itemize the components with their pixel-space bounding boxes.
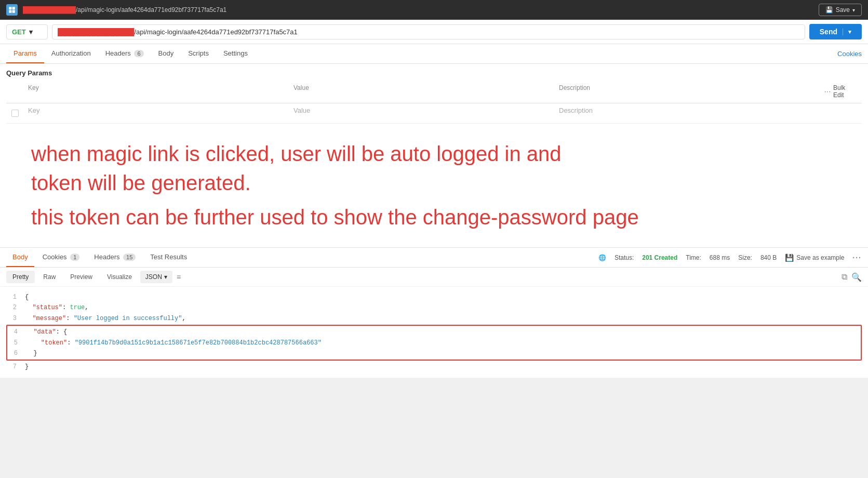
format-tab-pretty[interactable]: Pretty	[6, 271, 35, 283]
tab-headers[interactable]: Headers 6	[98, 44, 151, 63]
annotation-text: when magic link is clicked, user will be…	[31, 139, 837, 232]
row-checkbox[interactable]	[6, 103, 24, 123]
format-tab-visualize[interactable]: Visualize	[101, 271, 138, 283]
svg-rect-2	[9, 10, 11, 13]
code-line-5: 5 "token": "9901f14b7b9d0a151c9b1a1c1586…	[7, 338, 861, 348]
url-redacted-appbar: ████████████	[23, 6, 76, 14]
response-section: Body Cookies 1 Headers 15 Test Results 🌐…	[0, 247, 868, 378]
app-bar: ████████████/api/magic-login/aafe4264da7…	[0, 0, 868, 20]
code-line-7: 7 }	[6, 362, 862, 372]
json-code-view: 1 { 2 "status": true, 3 "message": "User…	[0, 287, 868, 378]
save-icon: 💾	[825, 6, 833, 14]
annotation-line1: when magic link is clicked, user will be…	[31, 139, 837, 168]
highlighted-json-block: 4 "data": { 5 "token": "9901f14b7b9d0a15…	[6, 325, 862, 361]
request-tabs-bar: Params Authorization Headers 6 Body Scri…	[0, 44, 868, 64]
tab-authorization[interactable]: Authorization	[44, 44, 98, 63]
size-value: 840 B	[760, 254, 777, 261]
request-bar: GET ▾ ████████████████/api/magic-login/a…	[0, 20, 868, 44]
app-bar-actions: 💾 Save ▾	[819, 4, 862, 16]
format-tab-preview[interactable]: Preview	[64, 271, 99, 283]
annotation-line3: this token can be further used to show t…	[31, 203, 837, 232]
response-tab-headers[interactable]: Headers 15	[88, 248, 142, 267]
svg-rect-3	[12, 10, 15, 13]
send-button[interactable]: Send ▾	[809, 24, 862, 39]
format-tabs: Pretty Raw Preview Visualize JSON ▾ ≡ ⧉ …	[0, 268, 868, 287]
query-params-title: Query Params	[6, 69, 862, 77]
status-value: 201 Created	[642, 254, 677, 261]
tab-scripts[interactable]: Scripts	[181, 44, 216, 63]
time-label: Time:	[686, 254, 701, 261]
checkbox-header	[6, 82, 24, 101]
save-button-top[interactable]: 💾 Save ▾	[819, 4, 862, 16]
wrap-icon[interactable]: ≡	[177, 273, 181, 281]
copy-icon[interactable]: ⧉	[842, 272, 847, 282]
format-tab-raw[interactable]: Raw	[37, 271, 62, 283]
code-line-3: 3 "message": "User logged in successfull…	[6, 313, 862, 324]
format-actions: ⧉ 🔍	[842, 272, 862, 282]
response-tabs-bar: Body Cookies 1 Headers 15 Test Results 🌐…	[0, 248, 868, 268]
description-cell[interactable]: Description	[555, 103, 820, 123]
save-chevron-icon: ▾	[852, 7, 855, 13]
json-chevron-icon: ▾	[164, 273, 167, 281]
value-cell[interactable]: Value	[289, 103, 555, 123]
annotation-overlay: when magic link is clicked, user will be…	[0, 124, 868, 247]
globe-icon: 🌐	[598, 254, 606, 261]
description-header: Description	[555, 82, 820, 101]
more-options-button[interactable]: ···	[852, 254, 862, 262]
params-section: Query Params Key Value Description ··· B…	[0, 64, 868, 124]
method-chevron-icon: ▾	[29, 28, 33, 36]
response-tab-body[interactable]: Body	[6, 248, 34, 267]
app-bar-url: ████████████/api/magic-login/aafe4264da7…	[23, 6, 226, 14]
key-header: Key	[24, 82, 289, 101]
tab-settings[interactable]: Settings	[216, 44, 255, 63]
response-tab-test-results[interactable]: Test Results	[144, 248, 193, 267]
time-value: 688 ms	[710, 254, 730, 261]
code-line-6: 6 }	[7, 348, 861, 358]
method-label: GET	[12, 28, 26, 36]
code-line-2: 2 "status": true,	[6, 302, 862, 313]
size-label: Size:	[738, 254, 752, 261]
key-cell[interactable]: Key	[24, 103, 289, 123]
status-label: Status:	[615, 254, 634, 261]
format-json-select[interactable]: JSON ▾	[140, 271, 172, 283]
url-input[interactable]: ████████████████/api/magic-login/aafe426…	[52, 24, 805, 39]
code-line-1: 1 {	[6, 292, 862, 302]
svg-rect-1	[12, 7, 15, 9]
annotation-line2: token will be generated.	[31, 168, 837, 197]
params-table-header: Key Value Description ··· Bulk Edit	[6, 80, 862, 103]
bulk-edit-header[interactable]: ··· Bulk Edit	[820, 82, 862, 101]
url-redacted-bar: ████████████████	[58, 28, 134, 36]
app-icon	[6, 4, 18, 16]
bulk-edit-button[interactable]: ··· Bulk Edit	[824, 84, 858, 99]
action-cell	[820, 103, 862, 123]
response-tab-cookies[interactable]: Cookies 1	[36, 248, 86, 267]
method-select[interactable]: GET ▾	[6, 24, 48, 39]
tab-params[interactable]: Params	[6, 44, 44, 63]
send-chevron-icon: ▾	[843, 29, 851, 35]
value-header: Value	[289, 82, 555, 101]
tab-body[interactable]: Body	[151, 44, 181, 63]
response-status-bar: 🌐 Status: 201 Created Time: 688 ms Size:…	[598, 254, 862, 262]
cookies-link[interactable]: Cookies	[837, 50, 862, 58]
code-line-4: 4 "data": {	[7, 327, 861, 337]
save-example-icon: 💾	[785, 254, 794, 262]
save-example-button[interactable]: 💾 Save as example	[785, 254, 844, 262]
search-icon[interactable]: 🔍	[851, 272, 862, 282]
params-table-row: Key Value Description	[6, 103, 862, 124]
svg-rect-0	[9, 7, 11, 9]
